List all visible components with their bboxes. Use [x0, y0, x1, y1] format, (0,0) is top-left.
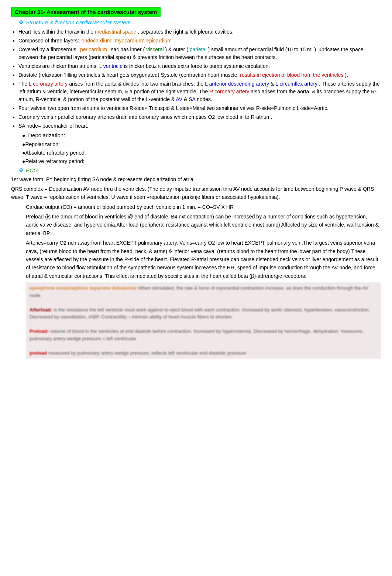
bullet-coronary: The L coronary artery arises from the ao… [18, 80, 381, 103]
main-bullet-list: Heart lies within the thorax in the medi… [18, 28, 381, 130]
ecg-text-1: 1st wave form: P= beginning firring SA n… [11, 175, 381, 183]
diamond-icon: ❖ [18, 19, 24, 26]
bullet-diastole: Diastole (relaxation 'filling ventricles… [18, 71, 381, 79]
bullet-relative: ●Relative refractory period: [22, 158, 381, 165]
bullet-repolarization: ●Repolarization: [22, 141, 381, 148]
cardiac-output-text: Cardiac output (CO) = amount of blood pu… [26, 203, 381, 211]
ecg-diamond-icon: ❖ [18, 167, 24, 174]
bullet-layers: Composed of three layers: 'endocardium' … [18, 37, 381, 45]
bullet-depolarization: ● Depolarization: [22, 131, 381, 140]
ecg-text-2: QRS complex = Depolarization AV node thr… [11, 185, 381, 201]
bullet-mediastinal: Heart lies within the thorax in the medi… [18, 28, 381, 36]
sub-bullet-section: ● Depolarization: ●Repolarization: ●Abso… [22, 131, 381, 165]
bullet-ventricles: Ventricles are thicker than atriums, L v… [18, 62, 381, 70]
section1-header: ❖ Structure & function cardiovascular sy… [18, 19, 381, 26]
chapter-title: Chapter 31- Assessment of the cardiovasc… [11, 7, 161, 17]
arteries-text: Arteries=carry O2 rich away from heart E… [26, 239, 381, 280]
bullet-sa-node: SA node= pacemaker of heart. [18, 122, 381, 130]
bullet-pericardium: Covered by a fibroserous ' pericardium '… [18, 46, 381, 61]
chapter-title-block: Chapter 31- Assessment of the cardiovasc… [11, 7, 381, 19]
preload-text: Preload (is the amount of blood in ventr… [26, 213, 381, 237]
bullet-valves: Four valves: two open from atriums to ve… [18, 104, 381, 112]
ecg-header-block: ❖ ECG [18, 167, 381, 174]
ecg-label: ECG [26, 167, 38, 173]
section1-title: Structure & function cardiovascular syst… [26, 19, 131, 25]
bullet-absolute: ●Absolute refractory period: [22, 149, 381, 157]
blurred-section-1: epinephrine norepinephrine dopamine dobu… [26, 282, 381, 359]
bullet-veins: Coronary veins r parallel coronary arter… [18, 113, 381, 121]
